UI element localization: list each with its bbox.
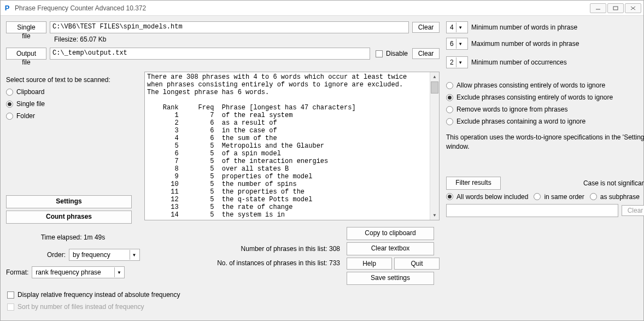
filter-all-radio[interactable] bbox=[446, 193, 453, 200]
settings-button[interactable]: Settings bbox=[6, 195, 132, 208]
max-words-value: 6 bbox=[450, 40, 454, 48]
clear-output-file-button[interactable]: Clear bbox=[412, 48, 440, 59]
source-single-file-radio[interactable] bbox=[6, 101, 13, 108]
min-words-dropdown[interactable]: 4 ▼ bbox=[446, 21, 468, 33]
max-words-label: Maximum number of words in phrase bbox=[471, 40, 579, 48]
output-file-button[interactable]: Output file bbox=[6, 48, 46, 60]
scrollbar-thumb[interactable] bbox=[431, 81, 438, 94]
source-single-file-label: Single file bbox=[16, 100, 45, 108]
source-clipboard-radio[interactable] bbox=[6, 89, 13, 96]
chevron-down-icon: ▼ bbox=[456, 39, 465, 49]
order-label: Order: bbox=[47, 251, 66, 259]
filter-results-button[interactable]: Filter results bbox=[446, 177, 501, 190]
relative-freq-checkbox[interactable] bbox=[7, 291, 14, 299]
ignore-remove-label: Remove words to ignore from phrases bbox=[456, 106, 567, 113]
filter-order-label: in same order bbox=[544, 193, 584, 201]
filter-subphrase-radio[interactable] bbox=[590, 193, 597, 200]
min-occ-value: 2 bbox=[450, 59, 454, 66]
order-value: by frequency bbox=[73, 251, 127, 259]
format-label: Format: bbox=[6, 269, 28, 276]
clear-filter-button[interactable]: Clear bbox=[622, 205, 644, 216]
single-file-button[interactable]: Single file bbox=[6, 21, 46, 33]
relative-freq-label: Display relative frequency instead of ab… bbox=[17, 291, 180, 299]
svg-rect-1 bbox=[613, 7, 618, 10]
scroll-up-icon[interactable]: ▲ bbox=[430, 72, 439, 81]
ignore-note: This operation uses the words-to-ignore … bbox=[446, 133, 644, 151]
scroll-down-icon[interactable]: ▼ bbox=[430, 211, 439, 220]
min-occ-dropdown[interactable]: 2 ▼ bbox=[446, 56, 468, 68]
results-text: There are 308 phrases with 4 to 6 words … bbox=[147, 73, 407, 219]
format-value: rank frequency phrase bbox=[36, 269, 112, 276]
results-textbox[interactable]: There are 308 phrases with 4 to 6 words … bbox=[144, 72, 440, 220]
ignore-remove-radio[interactable] bbox=[446, 106, 453, 113]
single-file-path-input[interactable]: C:\VB6\TEST FILES\spin_models.htm bbox=[50, 21, 409, 33]
max-words-dropdown[interactable]: 6 ▼ bbox=[446, 38, 468, 50]
output-file-path-input[interactable]: C:\_temp\output.txt bbox=[50, 48, 370, 60]
help-button[interactable]: Help bbox=[347, 258, 392, 270]
filter-subphrase-label: as subphrase bbox=[600, 193, 640, 201]
format-dropdown[interactable]: rank frequency phrase ▼ bbox=[32, 266, 125, 278]
ignore-allow-radio[interactable] bbox=[446, 82, 453, 89]
results-scrollbar[interactable]: ▲▼ bbox=[430, 72, 439, 220]
disable-output-label: Disable bbox=[386, 50, 408, 57]
app-icon: P bbox=[3, 4, 11, 13]
disable-output-checkbox[interactable] bbox=[376, 50, 383, 57]
sort-by-files-checkbox bbox=[7, 304, 14, 311]
time-elapsed-label: Time elapsed: 1m 49s bbox=[6, 234, 140, 241]
client-area: Single file C:\VB6\TEST FILES\spin_model… bbox=[1, 16, 643, 320]
source-clipboard-label: Clipboard bbox=[16, 88, 44, 96]
filter-text-input[interactable] bbox=[446, 204, 618, 217]
copy-clipboard-button[interactable]: Copy to clipboard bbox=[347, 227, 434, 240]
source-label: Select source of text to be scanned: bbox=[6, 76, 140, 84]
quit-button[interactable]: Quit bbox=[394, 258, 440, 270]
min-occ-label: Minimum number of occurrences bbox=[471, 59, 567, 66]
chevron-down-icon: ▼ bbox=[114, 267, 123, 277]
ignore-exclude-any-radio[interactable] bbox=[446, 118, 453, 125]
titlebar: P Phrase Frequency Counter Advanced 10.3… bbox=[1, 1, 643, 16]
close-button[interactable] bbox=[625, 3, 641, 13]
app-window: P Phrase Frequency Counter Advanced 10.3… bbox=[0, 0, 644, 321]
window-title: Phrase Frequency Counter Advanced 10.372 bbox=[15, 4, 589, 12]
maximize-button[interactable] bbox=[607, 3, 624, 13]
sort-by-files-label: Sort by number of files instead of frequ… bbox=[17, 303, 144, 311]
ignore-exclude-all-radio[interactable] bbox=[446, 94, 453, 101]
case-note-label: Case is not significant. bbox=[583, 179, 644, 187]
save-settings-button[interactable]: Save settings bbox=[347, 272, 434, 285]
source-folder-label: Folder bbox=[16, 112, 35, 120]
filter-order-radio[interactable] bbox=[534, 193, 541, 200]
clear-textbox-button[interactable]: Clear textbox bbox=[347, 242, 434, 255]
ignore-exclude-all-label: Exclude phrases consisting entirely of w… bbox=[456, 94, 613, 101]
min-words-value: 4 bbox=[450, 24, 454, 31]
ignore-allow-label: Allow phrases consisting entirely of wor… bbox=[456, 81, 605, 89]
chevron-down-icon: ▼ bbox=[456, 22, 465, 32]
source-folder-radio[interactable] bbox=[6, 113, 13, 120]
filter-all-label: All words below included bbox=[456, 193, 528, 201]
filesize-label: Filesize: 65.07 Kb bbox=[54, 36, 106, 43]
clear-single-file-button[interactable]: Clear bbox=[412, 22, 440, 33]
chevron-down-icon: ▼ bbox=[456, 57, 465, 67]
num-phrases-label: Number of phrases in this list: 308 bbox=[144, 245, 340, 253]
count-phrases-button[interactable]: Count phrases bbox=[6, 211, 132, 224]
num-instances-label: No. of instances of phrases in this list… bbox=[144, 259, 340, 267]
min-words-label: Minimum number of words in phrase bbox=[471, 24, 577, 31]
chevron-down-icon: ▼ bbox=[130, 250, 138, 260]
order-dropdown[interactable]: by frequency ▼ bbox=[69, 249, 140, 261]
ignore-exclude-any-label: Exclude phrases containing a word to ign… bbox=[456, 118, 586, 125]
minimize-button[interactable] bbox=[590, 3, 606, 13]
